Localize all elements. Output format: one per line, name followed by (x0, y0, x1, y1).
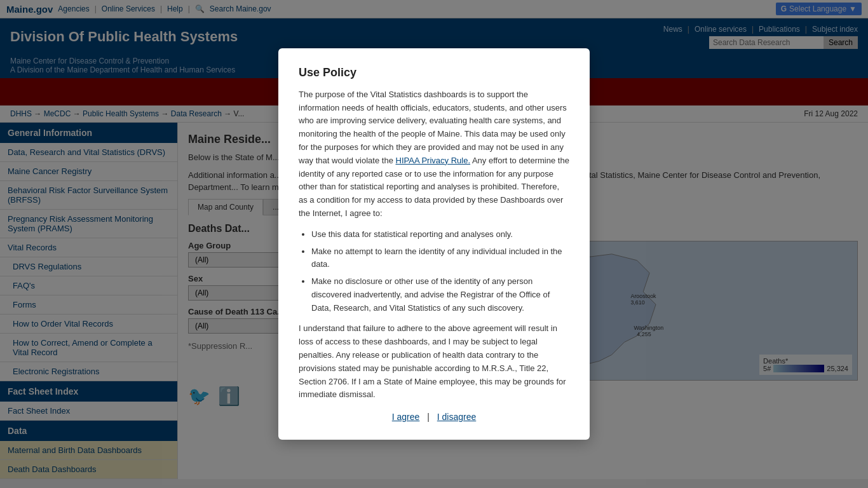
agree-separator: | (427, 412, 430, 422)
modal-paragraph-2: I understand that failure to adhere to t… (299, 322, 569, 402)
modal-paragraph-1: The purpose of the Vital Statistics dash… (299, 88, 569, 220)
disagree-link[interactable]: I disagree (437, 412, 476, 422)
bullet-item-3: Make no disclosure or other use of the i… (311, 275, 569, 315)
modal-overlay: Use Policy The purpose of the Vital Stat… (0, 0, 868, 479)
modal-bullet-list: Use this data for statistical reporting … (311, 228, 569, 315)
use-policy-modal: Use Policy The purpose of the Vital Stat… (278, 48, 590, 440)
bullet-item-1: Use this data for statistical reporting … (311, 228, 569, 241)
modal-title: Use Policy (299, 66, 569, 79)
agree-link[interactable]: I agree (392, 412, 420, 422)
modal-agree-section: I agree | I disagree (299, 412, 569, 422)
bullet-item-2: Make no attempt to learn the identity of… (311, 245, 569, 272)
hipaa-privacy-rule-link[interactable]: HIPAA Privacy Rule. (396, 156, 471, 165)
